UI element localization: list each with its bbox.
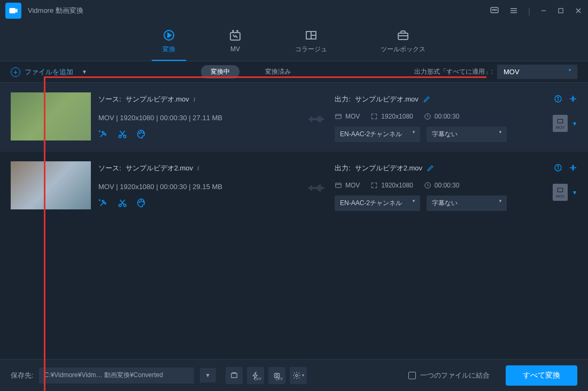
open-folder-icon[interactable] — [226, 367, 243, 384]
app-title: Vidmore 動画変換 — [28, 6, 490, 15]
source-name: サンプルビデオ.mov — [126, 95, 189, 104]
annotation-line — [44, 76, 45, 391]
tab-convert[interactable]: 変換 — [152, 21, 186, 61]
source-prefix: ソース: — [98, 95, 121, 104]
out-resolution: 1920x1080 — [381, 113, 413, 120]
svg-point-4 — [496, 10, 497, 11]
tab-label: 変換 — [163, 45, 175, 54]
minimize-icon[interactable] — [540, 7, 547, 14]
info-icon[interactable]: i — [197, 164, 199, 173]
svg-point-37 — [143, 201, 144, 202]
tab-label: MV — [230, 45, 240, 53]
file-item[interactable]: ソース:サンプルビデオ2.mov i MOV | 1920x1080 | 00:… — [0, 152, 588, 221]
item-info-icon[interactable] — [554, 95, 562, 103]
output-format-select[interactable]: MOV — [497, 65, 577, 79]
output-format-value: MOV — [504, 68, 520, 76]
toolbox-icon — [397, 29, 409, 42]
item-info-icon[interactable] — [554, 163, 562, 172]
merge-checkbox[interactable]: 一つのファイルに結合 — [408, 371, 490, 380]
svg-point-2 — [492, 10, 493, 11]
svg-rect-44 — [558, 188, 562, 192]
edit-icon[interactable] — [427, 165, 434, 172]
svg-point-31 — [558, 97, 558, 98]
svg-point-36 — [141, 201, 142, 202]
titlebar: Vidmore 動画変換 | — [0, 0, 588, 21]
bottom-bar: 保存先: ▼ OFF OFF ▾ 一つのファイルに結合 すべて変換 — [0, 359, 588, 391]
thumbnail[interactable] — [11, 161, 91, 209]
add-file-button[interactable]: + ファイルを追加 ▼ — [11, 67, 87, 77]
collage-icon — [305, 29, 318, 42]
tab-collage[interactable]: コラージュ — [284, 21, 338, 61]
format-badge[interactable]: MOV — [553, 184, 568, 201]
svg-point-43 — [558, 166, 558, 167]
menu-icon[interactable] — [509, 6, 519, 15]
gpu-accel-icon[interactable]: OFF — [247, 367, 264, 384]
out-resolution: 1920x1080 — [381, 182, 413, 189]
info-icon[interactable]: i — [194, 95, 196, 104]
svg-rect-45 — [231, 373, 237, 378]
cut-icon[interactable] — [118, 129, 127, 139]
out-format: MOV — [345, 113, 360, 120]
maximize-icon[interactable] — [557, 7, 564, 14]
tab-label: コラージュ — [295, 45, 327, 54]
add-file-dropdown[interactable]: ▼ — [82, 69, 87, 75]
palette-icon[interactable] — [137, 129, 146, 139]
file-item[interactable]: ソース:サンプルビデオ.mov i MOV | 1920x1080 | 00:0… — [0, 83, 588, 152]
svg-rect-9 — [559, 9, 563, 13]
save-path-dropdown[interactable]: ▼ — [200, 368, 216, 382]
tab-label: ツールボックス — [381, 45, 425, 54]
divider: | — [528, 6, 530, 15]
palette-icon[interactable] — [137, 198, 146, 208]
svg-rect-0 — [10, 8, 16, 13]
file-list: ソース:サンプルビデオ.mov i MOV | 1920x1080 | 00:0… — [0, 83, 588, 359]
compress-icon[interactable] — [569, 95, 577, 103]
edit-icon[interactable] — [423, 96, 430, 103]
audio-select[interactable]: EN-AAC-2チャンネル — [335, 196, 420, 211]
svg-point-48 — [296, 374, 298, 377]
out-duration: 00:00:30 — [435, 113, 460, 120]
out-format: MOV — [345, 182, 360, 189]
svg-rect-32 — [558, 119, 562, 123]
add-file-label: ファイルを追加 — [25, 67, 73, 77]
format-dropdown-icon[interactable]: ▼ — [572, 190, 577, 196]
enhance-icon[interactable] — [98, 198, 108, 208]
convert-all-button[interactable]: すべて変換 — [506, 365, 577, 386]
subtitle-select[interactable]: 字幕ない — [427, 127, 507, 142]
format-dropdown-icon[interactable]: ▼ — [572, 121, 577, 127]
svg-point-3 — [494, 10, 495, 11]
compress-icon[interactable] — [569, 163, 577, 172]
out-duration: 00:00:30 — [435, 182, 460, 189]
source-prefix: ソース: — [98, 163, 121, 173]
svg-point-25 — [143, 132, 144, 134]
source-meta: MOV | 1920x1080 | 00:00:30 | 27.11 MB — [98, 114, 298, 122]
merge-label: 一つのファイルに結合 — [420, 371, 490, 380]
svg-point-14 — [233, 30, 234, 32]
svg-rect-26 — [336, 114, 342, 119]
feedback-icon[interactable] — [490, 6, 499, 15]
output-format-label: 出力形式「すべてに適用」: — [414, 67, 493, 76]
thumbnail[interactable] — [11, 92, 91, 140]
save-path-input[interactable] — [39, 367, 194, 384]
annotation-line — [44, 76, 486, 78]
high-speed-icon[interactable]: OFF — [268, 367, 285, 384]
subtitle-select[interactable]: 字幕ない — [427, 196, 507, 211]
settings-icon[interactable]: ▾ — [290, 367, 307, 384]
output-name: サンプルビデオ.mov — [355, 95, 419, 104]
tab-toolbox[interactable]: ツールボックス — [370, 21, 436, 61]
audio-select[interactable]: EN-AAC-2チャンネル — [335, 127, 420, 142]
main-tabs: 変換 MV コラージュ ツールボックス — [0, 21, 588, 61]
svg-point-15 — [237, 30, 238, 32]
svg-point-47 — [276, 374, 278, 377]
output-prefix: 出力: — [335, 95, 351, 104]
app-logo — [5, 3, 21, 19]
svg-rect-38 — [336, 183, 342, 187]
enhance-icon[interactable] — [98, 129, 108, 139]
output-prefix: 出力: — [335, 163, 351, 173]
mv-icon — [229, 29, 242, 42]
svg-point-35 — [140, 202, 141, 203]
toolbar: + ファイルを追加 ▼ 変換中 変換済み 出力形式「すべてに適用」: MOV — [0, 61, 588, 83]
tab-mv[interactable]: MV — [218, 21, 252, 61]
format-badge[interactable]: MOV — [553, 115, 568, 132]
cut-icon[interactable] — [118, 198, 127, 208]
close-icon[interactable] — [574, 6, 583, 15]
